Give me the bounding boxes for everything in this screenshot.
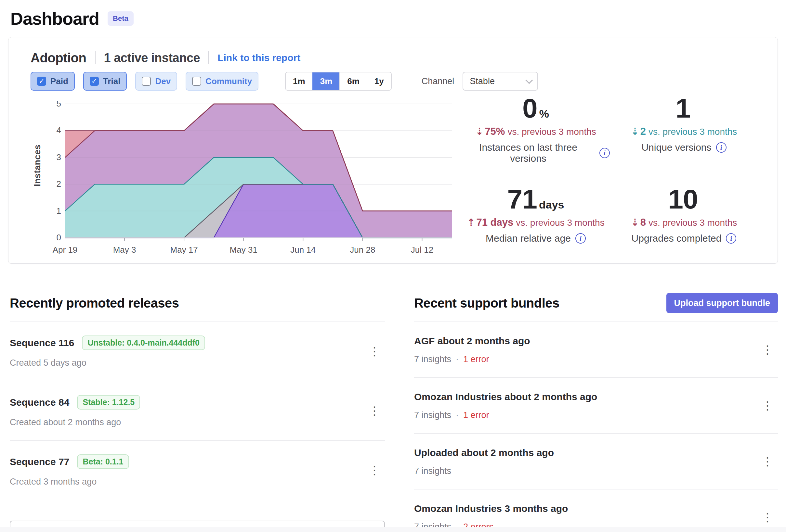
stat-value: 1: [610, 94, 758, 122]
checkbox-checked-icon: ✓: [37, 77, 46, 86]
bundle-title: Omozan Industries 3 months ago: [414, 503, 568, 514]
kebab-menu-icon[interactable]: ⋮: [759, 397, 776, 414]
bundle-title: AGF about 2 months ago: [414, 336, 530, 346]
release-title: Sequence 84: [10, 397, 69, 408]
releases-section: Recently promoted releases Sequence 116 …: [10, 292, 385, 532]
bundle-row[interactable]: Uploaded about 2 months ago 7 insights ⋮: [414, 433, 778, 489]
y-axis-tick-label: 2: [46, 179, 61, 189]
stat-value: 0%: [462, 94, 610, 122]
x-axis-tick-label: Jun 28: [350, 245, 375, 255]
link-to-this-report[interactable]: Link to this report: [217, 52, 300, 63]
release-title: Sequence 116: [10, 337, 74, 348]
stat-unit: days: [539, 198, 564, 211]
filter-community[interactable]: Community: [186, 72, 258, 91]
channel-select[interactable]: Stable: [463, 72, 538, 91]
range-1y-button[interactable]: 1y: [367, 72, 391, 90]
separator-dot: ·: [456, 410, 459, 420]
release-created: Created 5 days ago: [10, 358, 87, 368]
release-created: Created 3 months ago: [10, 477, 96, 487]
checkbox-unchecked-icon: [142, 77, 151, 86]
stat-value: 71days: [462, 185, 610, 213]
bundle-row[interactable]: AGF about 2 months ago 7 insights · 1 er…: [414, 321, 778, 378]
bundle-insights: 7 insights: [414, 466, 451, 476]
stat-value: 10: [610, 185, 758, 213]
stat-unit: %: [539, 107, 549, 120]
bundle-row[interactable]: Omozan Industries 3 months ago 7 insight…: [414, 489, 778, 532]
bundle-insights: 7 insights: [414, 354, 451, 364]
stat-label: Unique versions: [641, 142, 711, 153]
x-axis-tick-label: May 17: [170, 245, 198, 255]
time-range-segmented-control: 1m 3m 6m 1y: [285, 72, 392, 91]
x-axis-tick-label: May 3: [113, 245, 136, 255]
page-header: Dashboard Beta: [0, 0, 786, 29]
info-icon[interactable]: i: [599, 148, 610, 158]
trend-down-icon: ⇣: [631, 217, 639, 228]
info-icon[interactable]: i: [716, 142, 726, 153]
bundle-row[interactable]: Omozan Industries about 2 months ago 7 i…: [414, 378, 778, 433]
stat-delta: ⇣8vs. previous 3 months: [610, 217, 758, 228]
range-3m-button[interactable]: 3m: [313, 72, 340, 90]
adoption-title: Adoption: [30, 51, 87, 65]
release-row[interactable]: Sequence 84 Stable: 1.12.5 Created about…: [10, 381, 385, 440]
filter-label: Trial: [103, 76, 120, 87]
bundles-heading: Recent support bundles: [414, 296, 559, 311]
y-axis-title: Instances: [33, 144, 43, 186]
y-axis-tick-label: 1: [46, 206, 61, 216]
x-axis-tick-label: Jul 12: [411, 245, 433, 255]
channel-selected-value: Stable: [470, 76, 495, 87]
range-1m-button[interactable]: 1m: [286, 72, 313, 90]
stat-delta: ⇣75%vs. previous 3 months: [462, 126, 610, 137]
adoption-stats: 0% ⇣75%vs. previous 3 months Instances o…: [452, 94, 762, 265]
chart-and-stats: Instances 012345Apr 19May 3May 17May 31J…: [30, 94, 762, 265]
release-row[interactable]: Sequence 77 Beta: 0.1.1 Created 3 months…: [10, 440, 385, 500]
checkbox-checked-icon: ✓: [90, 77, 99, 86]
stat-instances-last-three-versions: 0% ⇣75%vs. previous 3 months Instances o…: [462, 94, 610, 164]
trend-up-icon: ⇡: [467, 217, 475, 228]
next-section-edge: [0, 527, 786, 532]
kebab-menu-icon[interactable]: ⋮: [366, 343, 383, 360]
bundle-errors: 1 error: [463, 410, 489, 420]
release-title: Sequence 77: [10, 456, 69, 467]
bundle-title: Omozan Industries about 2 months ago: [414, 391, 597, 403]
adoption-card-header: Adoption 1 active instance Link to this …: [30, 50, 762, 66]
filter-label: Community: [205, 76, 252, 87]
adoption-area-chart: 012345Apr 19May 3May 17May 31Jun 14Jun 2…: [65, 103, 452, 265]
kebab-menu-icon[interactable]: ⋮: [759, 341, 776, 358]
adoption-card: Adoption 1 active instance Link to this …: [8, 37, 778, 264]
dashboard-page: Dashboard Beta Adoption 1 active instanc…: [0, 0, 786, 532]
stat-delta: ⇣2vs. previous 3 months: [610, 126, 758, 137]
y-axis-tick-label: 3: [46, 152, 61, 162]
filter-dev[interactable]: Dev: [135, 72, 177, 91]
x-axis-tick-label: May 31: [230, 245, 257, 255]
release-version-badge: Unstable: 0.4.0-main.444ddf0: [82, 336, 205, 350]
separator-dot: ·: [456, 354, 459, 364]
lower-columns: Recently promoted releases Sequence 116 …: [0, 292, 786, 532]
kebab-menu-icon[interactable]: ⋮: [759, 453, 776, 470]
kebab-menu-icon[interactable]: ⋮: [366, 403, 383, 419]
release-row[interactable]: Sequence 116 Unstable: 0.4.0-main.444ddf…: [10, 321, 385, 381]
channel-label: Channel: [422, 76, 455, 87]
kebab-menu-icon[interactable]: ⋮: [366, 462, 383, 479]
trend-down-icon: ⇣: [475, 126, 483, 137]
divider: [208, 51, 209, 64]
support-bundles-section: Recent support bundles Upload support bu…: [414, 292, 778, 532]
bundle-title: Uploaded about 2 months ago: [414, 447, 554, 458]
kebab-menu-icon[interactable]: ⋮: [759, 509, 776, 526]
range-6m-button[interactable]: 6m: [339, 72, 367, 90]
filter-label: Dev: [155, 76, 171, 87]
info-icon[interactable]: i: [726, 233, 736, 244]
stat-label: Instances on last three versions: [462, 142, 595, 164]
beta-badge: Beta: [108, 11, 134, 26]
y-axis-tick-label: 4: [46, 125, 61, 136]
x-axis-tick-label: Jun 14: [290, 245, 316, 255]
upload-support-bundle-button[interactable]: Upload support bundle: [666, 293, 778, 313]
info-icon[interactable]: i: [575, 233, 586, 244]
stat-delta: ⇡71 daysvs. previous 3 months: [462, 217, 610, 228]
x-axis-tick-label: Apr 19: [53, 245, 78, 255]
stat-upgrades-completed: 10 ⇣8vs. previous 3 months Upgrades comp…: [610, 185, 758, 244]
filter-paid[interactable]: ✓ Paid: [30, 72, 75, 91]
bundle-insights: 7 insights: [414, 410, 451, 420]
stat-median-relative-age: 71days ⇡71 daysvs. previous 3 months Med…: [462, 185, 610, 244]
checkbox-unchecked-icon: [192, 77, 201, 86]
filter-trial[interactable]: ✓ Trial: [83, 72, 127, 91]
